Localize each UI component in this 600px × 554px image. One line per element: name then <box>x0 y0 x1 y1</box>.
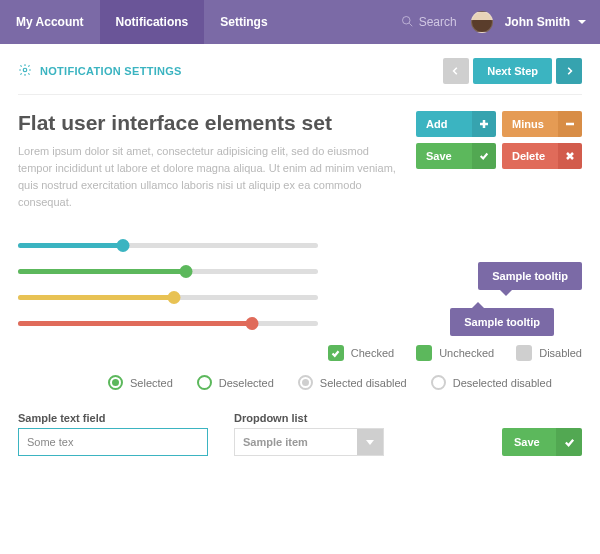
checkbox-icon <box>516 345 532 361</box>
minus-icon <box>558 111 582 137</box>
svg-line-1 <box>409 23 412 26</box>
chevron-down-icon <box>357 429 383 455</box>
form-save-button[interactable]: Save <box>502 428 582 456</box>
nav-notifications[interactable]: Notifications <box>100 0 205 44</box>
slider-3[interactable] <box>18 291 318 303</box>
page-subtitle: NOTIFICATION SETTINGS <box>18 63 182 79</box>
sample-text-input[interactable] <box>18 428 208 456</box>
tooltip-1: Sample tooltip <box>478 262 582 290</box>
user-menu[interactable]: John Smith <box>471 11 600 33</box>
radio-icon <box>197 375 212 390</box>
user-name: John Smith <box>505 15 570 29</box>
plus-icon <box>472 111 496 137</box>
radio-deselected-disabled: Deselected disabled <box>431 375 552 390</box>
dropdown-value: Sample item <box>235 436 357 448</box>
description-text: Lorem ipsum dolor sit amet, consectetur … <box>18 143 396 211</box>
radio-icon <box>431 375 446 390</box>
nav-my-account[interactable]: My Account <box>0 0 100 44</box>
checkbox-unchecked[interactable]: Unchecked <box>416 345 494 361</box>
radio-group: Selected Deselected Selected disabled De… <box>18 375 582 390</box>
add-button[interactable]: Add <box>416 111 496 137</box>
minus-button[interactable]: Minus <box>502 111 582 137</box>
search-label: Search <box>419 15 457 29</box>
check-icon <box>472 143 496 169</box>
gear-icon <box>18 63 32 79</box>
checkbox-icon <box>416 345 432 361</box>
search-icon <box>401 15 413 30</box>
radio-selected[interactable]: Selected <box>108 375 173 390</box>
sub-header: NOTIFICATION SETTINGS Next Step <box>0 44 600 94</box>
radio-icon <box>298 375 313 390</box>
radio-selected-disabled: Selected disabled <box>298 375 407 390</box>
checkbox-icon <box>328 345 344 361</box>
svg-point-0 <box>402 16 410 24</box>
slider-1[interactable] <box>18 239 318 251</box>
slider-4[interactable] <box>18 317 318 329</box>
checkbox-group: Checked Unchecked Disabled <box>18 345 582 361</box>
delete-button[interactable]: Delete <box>502 143 582 169</box>
form-row: Sample text field Dropdown list Sample i… <box>18 412 582 456</box>
checkbox-checked[interactable]: Checked <box>328 345 394 361</box>
top-nav: My Account Notifications Settings Search… <box>0 0 600 44</box>
nav-settings[interactable]: Settings <box>204 0 283 44</box>
check-icon <box>556 428 582 456</box>
dropdown-list[interactable]: Sample item <box>234 428 384 456</box>
radio-icon <box>108 375 123 390</box>
next-step-button[interactable]: Next Step <box>473 58 552 84</box>
tooltip-group: Sample tooltip Sample tooltip <box>450 262 582 336</box>
search-button[interactable]: Search <box>401 15 471 30</box>
svg-point-2 <box>23 68 27 72</box>
tooltip-2: Sample tooltip <box>450 308 554 336</box>
slider-2[interactable] <box>18 265 318 277</box>
checkbox-disabled: Disabled <box>516 345 582 361</box>
next-step-arrow[interactable] <box>556 58 582 84</box>
pager: Next Step <box>443 58 582 84</box>
save-button[interactable]: Save <box>416 143 496 169</box>
dropdown-label: Dropdown list <box>234 412 384 424</box>
chevron-down-icon <box>578 20 586 24</box>
close-icon <box>558 143 582 169</box>
page-title: Flat user interface elements set <box>18 111 396 135</box>
prev-step-button[interactable] <box>443 58 469 84</box>
sliders-group <box>18 239 318 329</box>
avatar <box>471 11 493 33</box>
radio-deselected[interactable]: Deselected <box>197 375 274 390</box>
text-field-label: Sample text field <box>18 412 208 424</box>
action-buttons: Add Minus Save Delete <box>416 111 582 211</box>
